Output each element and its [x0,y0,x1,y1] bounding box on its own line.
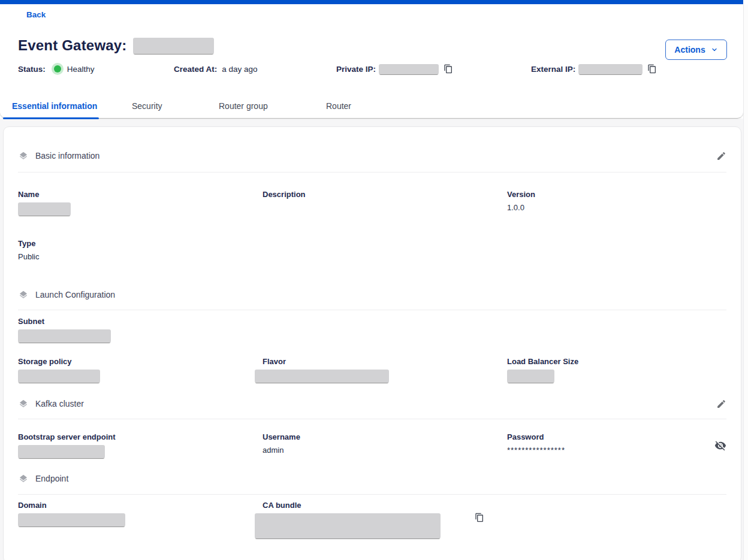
section-header-launch-configuration: Launch Configuration [18,289,726,301]
edit-kafka-cluster-button[interactable] [716,399,726,409]
redacted-load-balancer-size-value [507,370,554,383]
tab-essential-information[interactable]: Essential information [12,101,97,111]
private-ip-field: Private IP: [336,63,453,74]
back-link[interactable]: Back [26,10,46,19]
type-label: Type [18,239,263,248]
version-field: Version 1.0.0 [507,190,726,212]
redacted-ca-bundle-value [255,513,441,538]
section-header-basic-information: Basic information [18,150,726,162]
external-ip-field: External IP: [531,63,657,74]
top-accent-bar [0,0,743,4]
actions-button-label: Actions [674,45,705,55]
username-label: Username [263,432,507,441]
redacted-gateway-name [133,38,214,54]
section-header-kafka-cluster: Kafka cluster [18,398,726,410]
redacted-flavor-value [255,370,389,383]
password-text: Password **************** [507,432,565,455]
show-password-button[interactable] [714,440,726,452]
domain-field: Domain [18,501,263,526]
basic-information-row-1: Name Description Version 1.0.0 [18,190,726,216]
status-label: Status: [18,65,46,74]
copy-external-ip-button[interactable] [647,64,657,74]
section-header-endpoint: Endpoint [18,473,726,485]
load-balancer-size-label: Load Balancer Size [507,357,726,366]
version-value: 1.0.0 [507,203,726,212]
actions-button[interactable]: Actions [665,40,727,60]
created-at-field: Created At: a day ago [174,63,258,74]
layers-icon [18,398,29,409]
redacted-external-ip [578,64,643,74]
created-at-value: a day ago [222,65,257,74]
redacted-domain-value [18,513,125,526]
section-title: Launch Configuration [35,290,115,299]
description-field: Description [263,190,507,199]
essential-information-panel: Basic information Name Description Versi… [3,126,741,560]
chevron-down-icon [711,46,718,53]
ca-bundle-field: CA bundle [263,501,507,538]
status-healthy-dot [54,65,61,72]
kafka-cluster-row-1: Bootstrap server endpoint Username admin… [18,432,726,458]
flavor-label: Flavor [263,357,507,366]
layers-icon [18,150,29,161]
copy-private-ip-button[interactable] [444,64,453,74]
bootstrap-endpoint-field: Bootstrap server endpoint [18,432,263,458]
section-title: Kafka cluster [35,399,84,408]
title-row: Event Gateway: [18,37,214,54]
ca-bundle-label: CA bundle [263,501,507,510]
domain-label: Domain [18,501,263,510]
page-header: Back Event Gateway: Actions Status: Heal… [0,4,743,119]
description-label: Description [263,190,507,199]
page-title: Event Gateway: [18,37,127,54]
eye-off-icon [714,440,726,452]
name-field: Name [18,190,263,216]
divider [18,494,726,495]
type-field: Type Public [18,239,263,261]
copy-icon [475,513,484,522]
type-value: Public [18,252,263,261]
storage-policy-field: Storage policy [18,357,263,383]
private-ip-label: Private IP: [336,65,376,74]
redacted-name-value [18,202,71,216]
layers-icon [18,289,29,300]
tab-bar: Essential information Security Router gr… [0,95,743,118]
endpoint-row-1: Domain CA bundle [18,501,726,538]
pencil-icon [716,151,726,161]
status-value: Healthy [67,65,95,74]
section-title: Endpoint [35,474,68,483]
storage-policy-label: Storage policy [18,357,263,366]
edit-basic-information-button[interactable] [716,151,726,161]
name-label: Name [18,190,263,199]
active-tab-underline [3,117,99,119]
created-at-label: Created At: [174,65,217,74]
status-field: Status: Healthy [18,63,95,74]
pencil-icon [716,399,726,409]
section-title: Basic information [35,151,99,161]
password-masked-value: **************** [507,446,565,455]
username-field: Username admin [263,432,507,455]
tab-router[interactable]: Router [326,101,351,111]
copy-icon [444,64,453,74]
version-label: Version [507,190,726,199]
launch-configuration-row-1: Subnet [18,317,726,343]
vertical-scrollbar[interactable] [743,4,748,560]
subnet-field: Subnet [18,317,263,343]
basic-information-row-2: Type Public [18,239,726,261]
copy-ca-bundle-button[interactable] [475,513,484,522]
subnet-label: Subnet [18,317,263,326]
load-balancer-size-field: Load Balancer Size [507,357,726,383]
redacted-bootstrap-endpoint-value [18,445,105,458]
password-label: Password [507,432,565,441]
launch-configuration-row-2: Storage policy Flavor Load Balancer Size [18,357,726,383]
redacted-subnet-value [18,329,111,343]
tab-security[interactable]: Security [132,101,162,111]
divider [18,172,726,172]
username-value: admin [263,446,507,455]
tab-router-group[interactable]: Router group [219,101,268,111]
bootstrap-endpoint-label: Bootstrap server endpoint [18,432,263,441]
divider [18,310,726,310]
divider [18,419,726,419]
copy-icon [647,64,657,74]
redacted-private-ip [379,64,439,74]
layers-icon [18,473,29,484]
flavor-field: Flavor [263,357,507,383]
